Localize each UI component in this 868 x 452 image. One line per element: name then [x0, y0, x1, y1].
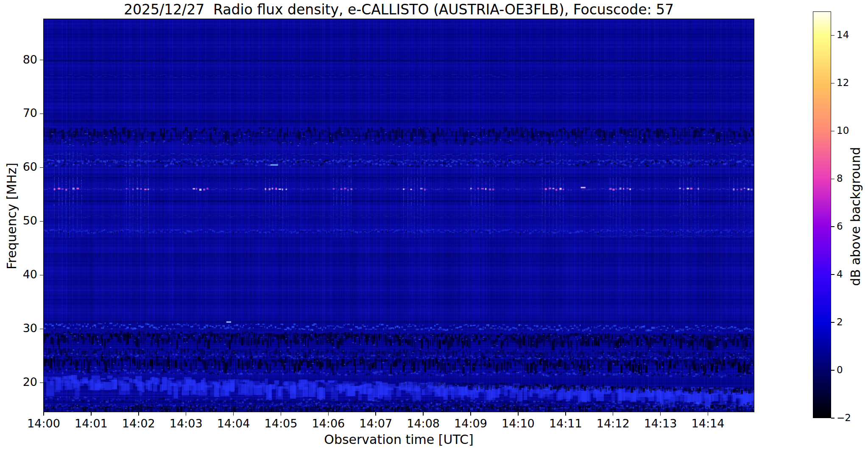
y-tick-label: 60 — [8, 160, 37, 173]
x-tick-label: 14:01 — [66, 417, 117, 430]
y-tick — [40, 60, 44, 61]
spectrogram-figure: 2025/12/27 Radio flux density, e-CALLIST… — [0, 0, 868, 452]
x-tick-label: 14:06 — [303, 417, 354, 430]
chart-title: 2025/12/27 Radio flux density, e-CALLIST… — [44, 1, 754, 18]
y-tick-label: 70 — [8, 106, 37, 119]
y-tick — [40, 383, 44, 383]
x-tick — [423, 412, 424, 416]
x-tick — [138, 412, 139, 416]
colorbar-tick — [831, 131, 835, 132]
y-tick-label: 50 — [8, 214, 37, 227]
x-tick — [518, 412, 519, 416]
x-tick-label: 14:05 — [255, 417, 306, 430]
x-tick-label: 14:09 — [445, 417, 496, 430]
x-tick — [660, 412, 661, 416]
colorbar-tick — [831, 226, 835, 227]
x-tick-label: 14:02 — [113, 417, 164, 430]
x-tick-label: 14:12 — [588, 417, 639, 430]
x-tick-label: 14:11 — [540, 417, 591, 430]
colorbar-tick — [831, 83, 835, 84]
colorbar — [813, 11, 831, 418]
colorbar-tick — [831, 322, 835, 323]
x-tick-label: 14:04 — [208, 417, 259, 430]
x-tick — [375, 412, 376, 416]
x-tick — [613, 412, 614, 416]
colorbar-tick — [831, 370, 835, 371]
x-tick-label: 14:10 — [493, 417, 544, 430]
x-tick — [43, 412, 44, 416]
x-tick — [233, 412, 234, 416]
y-tick-label: 20 — [8, 375, 37, 388]
x-tick-label: 14:00 — [18, 417, 69, 430]
x-tick — [91, 412, 92, 416]
y-tick — [40, 221, 44, 222]
x-axis-label: Observation time [UTC] — [44, 432, 754, 447]
y-tick — [40, 275, 44, 276]
y-tick-label: 40 — [8, 268, 37, 281]
colorbar-tick — [831, 179, 835, 180]
colorbar-label: dB above background — [847, 19, 864, 414]
colorbar-tick — [831, 274, 835, 275]
x-tick-label: 14:03 — [161, 417, 212, 430]
spectrogram-canvas — [44, 19, 754, 412]
x-tick — [328, 412, 329, 416]
y-tick — [40, 167, 44, 168]
y-tick — [40, 329, 44, 330]
x-tick-label: 14:13 — [635, 417, 686, 430]
y-tick — [40, 114, 44, 114]
x-tick — [470, 412, 471, 416]
x-tick — [708, 412, 709, 416]
y-tick-label: 80 — [8, 53, 37, 66]
x-tick-label: 14:07 — [350, 417, 401, 430]
colorbar-tick — [831, 35, 835, 36]
x-tick-label: 14:14 — [682, 417, 733, 430]
x-tick — [186, 412, 187, 416]
colorbar-tick — [831, 418, 835, 419]
x-tick — [281, 412, 282, 416]
x-tick-label: 14:08 — [398, 417, 449, 430]
y-tick-label: 30 — [8, 322, 37, 335]
plot-area — [43, 19, 754, 412]
x-tick — [565, 412, 566, 416]
